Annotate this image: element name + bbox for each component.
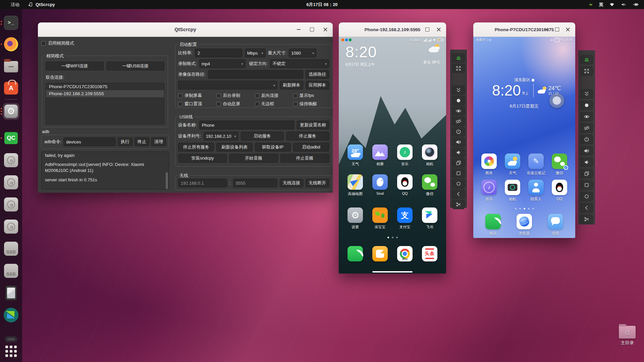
checkbox-反向连接[interactable]: 反向连接 — [255, 93, 291, 99]
checkbox-保持唤醒[interactable]: 保持唤醒 — [293, 101, 329, 107]
clock-menu[interactable]: 6月17日 08：20 — [0, 2, 644, 8]
dock-item-qtscrcpy-qc[interactable]: QC — [3, 130, 19, 146]
device-list[interactable]: Phone-P7CDU17C23010875Phone-192.168.2.10… — [46, 83, 164, 124]
screen-on-icon[interactable] — [452, 106, 465, 116]
phone2-app-gallery[interactable] — [481, 154, 497, 169]
device-list-item[interactable]: Phone-192.168.2.109:5555 — [46, 90, 164, 97]
device-list-item[interactable]: Phone-P7CDU17C23010875 — [46, 83, 164, 90]
group-control-icon[interactable] — [580, 55, 593, 64]
expand-notifications-icon[interactable] — [452, 85, 465, 95]
phone2-app-browser[interactable] — [517, 214, 532, 229]
adb-run-button[interactable]: 执行 — [118, 137, 132, 146]
checkbox-自动息屏[interactable]: 自动息屏 — [216, 101, 252, 107]
lock-orientation-combo[interactable]: 不锁定▾ — [270, 59, 329, 68]
dock-item-handshaker[interactable] — [3, 307, 19, 323]
dock-item-phone-device[interactable] — [3, 285, 19, 301]
home-icon[interactable] — [580, 192, 593, 201]
adb-log-output[interactable]: failed, try againAdbProcessImpl::out:[se… — [41, 152, 169, 189]
minimize-button[interactable] — [413, 27, 419, 32]
menu-icon[interactable] — [580, 180, 593, 190]
maximize-button[interactable] — [309, 27, 315, 32]
close-button[interactable] — [565, 27, 571, 32]
volume-icon[interactable] — [621, 2, 626, 7]
phone1-app-amap[interactable] — [347, 174, 363, 190]
minimize-button[interactable] — [296, 27, 301, 32]
phone1-app-camera[interactable] — [422, 144, 437, 160]
save-path-input[interactable] — [208, 70, 303, 79]
fullscreen-icon[interactable] — [452, 64, 465, 73]
checkbox-窗口置顶[interactable]: 窗口置顶 — [178, 101, 214, 107]
phone1-app-wechat[interactable] — [422, 174, 437, 190]
screen-off-icon[interactable] — [580, 123, 593, 133]
dock-item-disk-4[interactable] — [3, 219, 19, 235]
phone2-titlebar[interactable]: Phone-P7CDU17C23010875 — [473, 22, 575, 37]
checkbox-后台录制[interactable]: 后台录制 — [216, 93, 252, 99]
one-key-wifi-button[interactable]: 一键WIFI连接 — [46, 62, 104, 70]
back-icon[interactable] — [580, 203, 593, 213]
volume-up-icon[interactable] — [452, 137, 465, 147]
apply-script-button[interactable]: 应用脚本 — [306, 81, 329, 89]
adb-stop-button[interactable]: 终止 — [135, 137, 149, 146]
home-indicator[interactable] — [372, 271, 413, 273]
wireless-port-input[interactable]: 5555 — [233, 179, 277, 187]
one-key-usb-button[interactable]: 一键USB连接 — [106, 62, 164, 70]
screen-off-icon[interactable] — [452, 117, 465, 126]
enable-simple-mode-checkbox[interactable] — [41, 41, 46, 46]
checkbox-显示fps[interactable]: 显示fps — [293, 93, 329, 99]
dock-item-terminal[interactable]: >_ — [3, 15, 19, 31]
phone1-app-messages[interactable] — [372, 246, 388, 261]
wifi-icon[interactable] — [609, 2, 615, 7]
phone1-app-alipay[interactable]: 支 — [397, 207, 413, 223]
phone1-app-weather[interactable]: 28° — [347, 144, 363, 160]
phone1-app-music[interactable]: ♪ — [397, 144, 413, 160]
dock-item-ssd-1[interactable]: SSD — [3, 241, 19, 257]
phone2-screen[interactable]: 未插卡 ▯ 97 早上8:20 浦东新区 8:20 早上 24℃ 31 / 22… — [473, 37, 575, 238]
assistive-ball[interactable] — [549, 93, 564, 108]
wireless-connect-button[interactable]: 无线连接 — [280, 179, 303, 187]
wireless-disconnect-button[interactable]: 无线断开 — [306, 179, 329, 187]
record-format-combo[interactable]: mp4▾ — [199, 59, 246, 68]
stop-all-services-button[interactable]: 停止所有服务 — [178, 143, 214, 152]
dock-item-disk-3[interactable] — [3, 196, 19, 213]
volume-down-icon[interactable] — [452, 148, 465, 157]
app-switch-icon[interactable] — [580, 169, 593, 178]
refresh-script-button[interactable]: 刷新脚本 — [280, 81, 303, 89]
home-folder-shortcut[interactable]: ⌂ 主目录 — [614, 326, 640, 346]
log-scrollbar[interactable] — [166, 172, 168, 189]
phone1-app-qq[interactable] — [397, 174, 413, 190]
close-button[interactable] — [323, 27, 328, 32]
phone1-app-settings[interactable]: ⚙ — [347, 207, 363, 223]
choose-path-button[interactable]: 选择路径 — [306, 70, 329, 79]
dock-item-disk-2[interactable] — [3, 174, 19, 190]
dock-item-firefox[interactable] — [3, 36, 19, 52]
enable-simple-mode[interactable]: 启用精简模式 — [41, 40, 74, 46]
dock-item-ubuntu-software[interactable]: A — [3, 79, 19, 95]
dock-item-disk-1[interactable] — [3, 152, 19, 168]
script-combo[interactable]: ▾ — [178, 81, 277, 89]
phone1-titlebar[interactable]: Phone-192.168.2.109:5555 — [339, 22, 446, 37]
battery-charging-icon[interactable] — [632, 2, 639, 7]
dock-item-settings[interactable]: ⚙ — [3, 103, 19, 119]
start-service-button[interactable]: 启动服务 — [241, 132, 284, 140]
checkbox-录制屏幕[interactable]: 录制屏幕 — [178, 93, 214, 99]
update-name-button[interactable]: 更新设置名称 — [297, 121, 329, 129]
qtscrcpy-titlebar[interactable]: QtScrcpy — [38, 22, 333, 37]
volume-up-icon[interactable] — [580, 146, 593, 156]
screenshot-icon[interactable] — [580, 215, 593, 224]
phone2-app-camera[interactable] — [505, 180, 520, 195]
input-method-indicator[interactable]: 英 — [599, 2, 603, 8]
phone2-app-youdao-note[interactable]: ✎ — [528, 154, 544, 169]
max-size-combo[interactable]: 1080▾ — [289, 49, 316, 57]
bitrate-unit-combo[interactable]: Mbps▾ — [245, 49, 266, 57]
dock-item-ssd-2[interactable]: SSD — [3, 263, 19, 279]
dock-item-show-apps[interactable] — [3, 343, 19, 359]
phone1-app-phone[interactable] — [347, 246, 363, 261]
app-switch-icon[interactable] — [452, 158, 465, 168]
home-icon[interactable] — [452, 179, 465, 188]
record-screen-icon[interactable] — [580, 101, 593, 110]
screen-on-icon[interactable] — [580, 112, 593, 121]
group-control-icon[interactable] — [452, 53, 465, 63]
phone1-app-qinbaobao[interactable] — [372, 207, 388, 223]
phone2-app-messages[interactable] — [548, 214, 563, 229]
phone1-screen[interactable]: · 93.9K/s ᛒ 8:20 6月17日 周五上午 多云 28°C 28°天… — [339, 37, 446, 274]
